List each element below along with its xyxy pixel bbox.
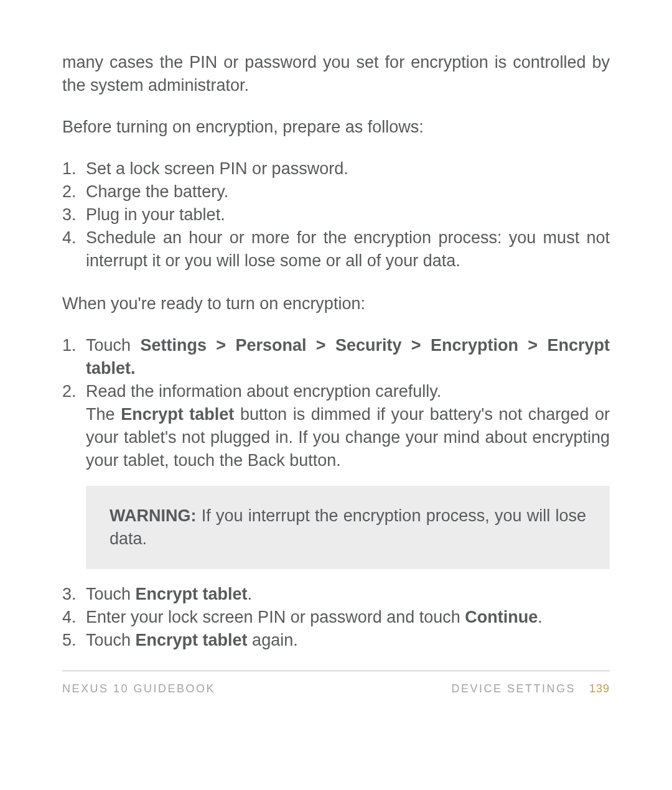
list-item: Schedule an hour or more for the encrypt… xyxy=(62,226,610,272)
page-footer: Nexus 10 Guidebook Device Settings139 xyxy=(62,671,610,695)
steps-list-part2: Touch Encrypt tablet. Enter your lock sc… xyxy=(62,583,610,652)
list-item: Set a lock screen PIN or password. xyxy=(62,157,610,180)
warning-box: WARNING: If you interrupt the encryption… xyxy=(86,486,610,569)
prep-list: Set a lock screen PIN or password. Charg… xyxy=(62,157,610,272)
step-subtext: The Encrypt tablet button is dimmed if y… xyxy=(86,403,610,472)
t: . xyxy=(248,585,253,603)
footer-left: Nexus 10 Guidebook xyxy=(62,682,215,695)
footer-right: Device Settings139 xyxy=(451,682,610,695)
list-item-text: Charge the battery. xyxy=(86,182,228,201)
t: . xyxy=(538,608,543,626)
ready-heading: When you're ready to turn on encryption: xyxy=(62,292,610,315)
list-item: Charge the battery. xyxy=(62,180,610,203)
list-item: Touch Settings > Personal > Security > E… xyxy=(62,334,610,380)
intro-paragraph: many cases the PIN or password you set f… xyxy=(62,51,610,97)
step-bold: Encrypt tablet xyxy=(121,405,234,424)
warning-label: WARNING: xyxy=(110,506,196,525)
page-number: 139 xyxy=(589,682,610,695)
t: The xyxy=(86,405,121,424)
document-page: many cases the PIN or password you set f… xyxy=(0,0,672,790)
list-item: Enter your lock screen PIN or password a… xyxy=(62,606,610,629)
t: Touch xyxy=(86,631,136,649)
list-item: Plug in your tablet. xyxy=(62,203,610,226)
step-text: Read the information about encryption ca… xyxy=(86,382,441,401)
step-bold: Settings > Personal > Security > Encrypt… xyxy=(86,336,610,378)
step-bold: Encrypt tablet xyxy=(136,585,248,603)
list-item-text: Plug in your tablet. xyxy=(86,205,225,224)
prep-heading: Before turning on encryption, prepare as… xyxy=(62,116,610,139)
list-item-text: Schedule an hour or more for the encrypt… xyxy=(86,228,610,270)
step-bold: Encrypt tablet xyxy=(136,631,248,649)
step-bold: Continue xyxy=(465,608,538,626)
list-item: Touch Encrypt tablet again. xyxy=(62,629,610,652)
t: Touch xyxy=(86,585,136,603)
list-item-text: Set a lock screen PIN or password. xyxy=(86,159,348,178)
list-item: Touch Encrypt tablet. xyxy=(62,583,610,606)
footer-section: Device Settings xyxy=(451,682,576,695)
step-text: Touch xyxy=(86,336,140,355)
t: Enter your lock screen PIN or password a… xyxy=(86,608,465,626)
steps-list-part1: Touch Settings > Personal > Security > E… xyxy=(62,334,610,472)
list-item: Read the information about encryption ca… xyxy=(62,380,610,472)
t: again. xyxy=(248,631,298,649)
